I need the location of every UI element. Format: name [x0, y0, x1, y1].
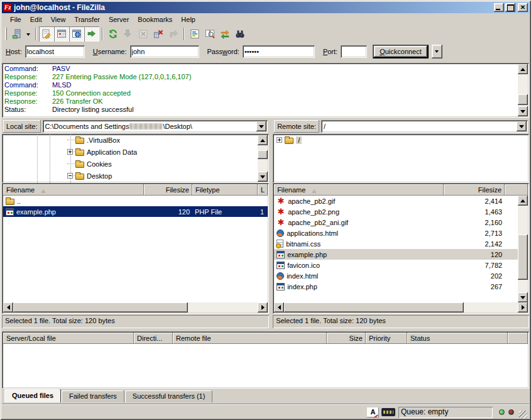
cancel-operation-button[interactable]: [136, 26, 151, 41]
file-row[interactable]: applications.html 2,713: [274, 228, 518, 238]
menu-item[interactable]: Edit: [26, 14, 47, 25]
scroll-down-button[interactable]: [258, 172, 268, 182]
file-row[interactable]: example.php 120 PHP File 1: [3, 206, 268, 217]
username-input[interactable]: [130, 45, 199, 58]
scrollbar-thumb[interactable]: [518, 94, 528, 105]
close-button[interactable]: [518, 3, 528, 12]
compare-directories-button[interactable]: [202, 26, 217, 41]
scrollbar-thumb[interactable]: [518, 235, 528, 280]
refresh-button[interactable]: [106, 26, 121, 41]
scroll-left-button[interactable]: [3, 302, 13, 312]
host-input[interactable]: [25, 45, 85, 58]
toolbar: [2, 26, 529, 42]
file-row[interactable]: index.php 267: [274, 281, 518, 292]
tree-item[interactable]: /: [273, 134, 529, 146]
tree-item[interactable]: Desktop: [2, 170, 258, 182]
local-tree-scrollbar[interactable]: [258, 135, 268, 182]
column-header-server-local-file[interactable]: Server/Local file: [3, 333, 134, 344]
scrollbar-thumb[interactable]: [284, 302, 464, 312]
column-header-filesize[interactable]: Filesize: [144, 184, 192, 196]
title-bar[interactable]: Fz john@localhost - FileZilla: [2, 2, 529, 13]
column-header-filename[interactable]: Filename: [3, 184, 144, 196]
queue-tab[interactable]: Failed transfers: [62, 390, 124, 402]
column-header-filename[interactable]: Filename: [274, 184, 444, 196]
queue-list: Server/Local file Directi... Remote file…: [2, 331, 529, 389]
queue-tab[interactable]: Successful transfers (1): [125, 390, 213, 402]
site-manager-dropdown[interactable]: [25, 27, 33, 41]
local-path-dropdown[interactable]: [256, 121, 266, 131]
column-header-remote-file[interactable]: Remote file: [173, 333, 327, 344]
tree-expander[interactable]: [67, 173, 73, 179]
disconnect-button[interactable]: [151, 26, 166, 41]
remote-path-dropdown[interactable]: [517, 121, 527, 131]
scroll-up-button[interactable]: [518, 196, 528, 206]
file-row[interactable]: favicon.ico 7,782: [274, 260, 518, 270]
tree-item[interactable]: .VirtualBox: [2, 134, 258, 146]
remote-hscrollbar[interactable]: [274, 302, 528, 312]
scrollbar-thumb[interactable]: [258, 150, 268, 159]
scroll-up-button[interactable]: [258, 135, 268, 145]
scroll-down-button[interactable]: [518, 106, 528, 116]
maximize-button[interactable]: [505, 3, 515, 12]
minimize-button[interactable]: [494, 3, 504, 12]
status-bar: A Queue: empty: [2, 404, 529, 420]
remote-path-combo[interactable]: /: [321, 120, 528, 133]
filezilla-window: Fz john@localhost - FileZilla File Edit …: [0, 0, 531, 420]
toggle-local-tree-button[interactable]: [54, 26, 69, 41]
scrollbar-thumb[interactable]: [13, 302, 188, 312]
file-row[interactable]: index.html 202: [274, 270, 518, 281]
menu-item[interactable]: Help: [177, 14, 200, 25]
file-row[interactable]: bitnami.css 2,142: [274, 238, 518, 249]
log-line: Response:150 Connection accepted: [4, 89, 517, 97]
find-files-button[interactable]: [233, 26, 248, 41]
scroll-right-button[interactable]: [518, 302, 528, 312]
resize-grip[interactable]: [519, 411, 527, 419]
column-header-direction[interactable]: Directi...: [134, 333, 173, 344]
file-row[interactable]: apache_pb2_ani.gif 2,160: [274, 217, 518, 228]
filter-button[interactable]: [187, 26, 202, 41]
tree-item[interactable]: Application Data: [2, 146, 258, 158]
quickconnect-button[interactable]: Quickconnect: [373, 45, 429, 58]
file-row[interactable]: apache_pb2.png 1,463: [274, 206, 518, 217]
column-header-lastmodified[interactable]: L: [258, 184, 268, 196]
scroll-down-button[interactable]: [518, 292, 528, 302]
scroll-up-button[interactable]: [518, 64, 528, 74]
process-queue-button[interactable]: [121, 26, 136, 41]
menu-item[interactable]: Bookmarks: [133, 14, 177, 25]
column-header-priority[interactable]: Priority: [366, 333, 407, 344]
menu-item[interactable]: Transfer: [70, 14, 104, 25]
quickconnect-dropdown[interactable]: [432, 45, 442, 58]
column-header-size[interactable]: Size: [327, 333, 366, 344]
send-indicator-led: [508, 409, 514, 415]
menu-item[interactable]: File: [6, 14, 26, 25]
file-row[interactable]: ..: [3, 196, 268, 206]
tree-item[interactable]: Cookies: [2, 158, 258, 170]
toggle-message-log-button[interactable]: [39, 26, 54, 41]
scroll-left-button[interactable]: [274, 302, 284, 312]
reconnect-button[interactable]: [166, 26, 181, 41]
port-input[interactable]: [341, 45, 367, 58]
toggle-transfer-queue-button[interactable]: [84, 26, 99, 41]
remote-list-scrollbar[interactable]: [518, 196, 528, 302]
menu-item[interactable]: View: [47, 14, 70, 25]
synchronized-browsing-button[interactable]: [217, 26, 233, 41]
tree-expander[interactable]: [67, 149, 73, 155]
log-scrollbar[interactable]: [518, 64, 528, 116]
column-header-status[interactable]: Status: [407, 333, 508, 344]
remote-status-text: Selected 1 file. Total size: 120 bytes: [273, 315, 529, 328]
file-row[interactable]: apache_pb2.gif 2,414: [274, 196, 518, 206]
tree-expander[interactable]: [276, 137, 282, 143]
scroll-right-button[interactable]: [258, 302, 268, 312]
local-path-combo[interactable]: C:\Documents and Settings\Desktop\: [43, 120, 268, 133]
local-hscrollbar[interactable]: [3, 302, 268, 312]
toggle-remote-tree-button[interactable]: [69, 26, 84, 41]
queue-tab[interactable]: Queued files: [4, 389, 61, 402]
toolbar-grip[interactable]: [5, 28, 7, 40]
password-input[interactable]: [243, 45, 315, 58]
column-header-filesize[interactable]: Filesize: [444, 184, 505, 196]
local-list-header: Filename Filesize Filetype L: [3, 184, 268, 196]
menu-item[interactable]: Server: [104, 14, 133, 25]
file-row[interactable]: example.php 120: [274, 249, 518, 260]
site-manager-button[interactable]: [9, 26, 25, 41]
column-header-filetype[interactable]: Filetype: [192, 184, 258, 196]
